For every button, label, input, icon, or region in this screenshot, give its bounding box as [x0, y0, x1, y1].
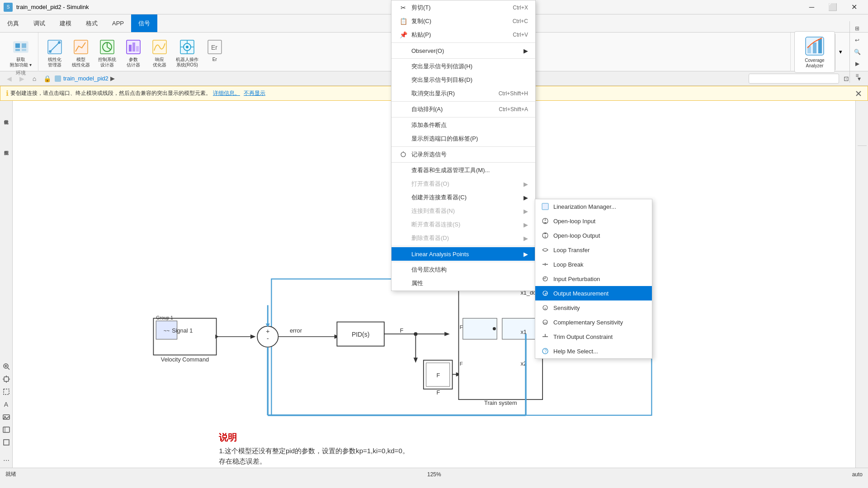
- ctx-delete-viewer[interactable]: 删除查看器(D) ▶: [392, 231, 535, 245]
- toolbar-ctrl-2[interactable]: ↩: [852, 35, 863, 46]
- toolbar-ctrl-3[interactable]: 🔍: [852, 47, 863, 57]
- ctx-highlight-source[interactable]: 突出显示信号到信源(H): [392, 60, 535, 73]
- sub-loop-transfer[interactable]: Loop Transfer: [535, 243, 652, 257]
- sidebar-vertical-text-1[interactable]: 线性化分析: [3, 103, 10, 130]
- ctx-auto-layout-label: 自动排列(A): [411, 105, 443, 113]
- disconnect-viewer-icon: [399, 220, 408, 229]
- svg-text:Group 1: Group 1: [156, 315, 173, 320]
- menu-signal[interactable]: 信号: [131, 14, 157, 32]
- sidebar-vertical-text-2[interactable]: 控制系统: [3, 133, 10, 160]
- linearization-manager-button[interactable]: 线性化管理器: [42, 36, 67, 70]
- sub-output-measurement[interactable]: Output Measurement: [535, 286, 652, 300]
- control-system-designer-button[interactable]: 控制系统设计器: [94, 36, 120, 70]
- coverage-dropdown-button[interactable]: ▾: [835, 34, 846, 70]
- response-optimizer-button[interactable]: 响应优化器: [147, 36, 172, 70]
- ctx-signal-hierarchy[interactable]: 信号层次结构: [392, 263, 535, 277]
- linear-analysis-icon: [399, 249, 408, 258]
- ctx-linear-analysis-arrow: ▶: [524, 251, 528, 258]
- sub-sensitivity-label: Sensitivity: [553, 305, 580, 311]
- sub-open-loop-output[interactable]: Open-loop Output: [535, 228, 652, 243]
- sub-trim-output[interactable]: Trim Output Constraint: [535, 329, 652, 344]
- infobar-link1[interactable]: 详细信息。: [213, 89, 240, 97]
- infobar-link2[interactable]: 不再显示: [244, 89, 265, 97]
- menu-simulation[interactable]: 仿真: [0, 14, 26, 32]
- ctx-show-port-value-label: 显示所选端口的值标签(P): [411, 135, 478, 143]
- nav-up-button[interactable]: ⌂: [29, 73, 40, 84]
- ros-button[interactable]: 机器人操作系统(ROS): [173, 36, 201, 70]
- sub-loop-break[interactable]: Loop Break: [535, 257, 652, 272]
- svg-rect-30: [813, 42, 816, 53]
- parameter-estimator-icon: [124, 38, 142, 56]
- er-button[interactable]: Er Er: [202, 36, 227, 64]
- coverage-analyzer-button[interactable]: CoverageAnalyzer: [794, 31, 835, 73]
- highlight-dest-icon: [399, 75, 408, 84]
- ctx-add-breakpoint-label: 添加条件断点: [411, 121, 447, 129]
- sub-sensitivity[interactable]: s Sensitivity: [535, 300, 652, 315]
- nav-lock-button[interactable]: 🔒: [42, 73, 52, 84]
- ctx-open-viewer[interactable]: 打开查看器(O) ▶: [392, 177, 535, 191]
- cut-icon: ✂: [399, 3, 408, 12]
- sub-input-perturbation[interactable]: Input Perturbation: [535, 272, 652, 286]
- ctx-paste[interactable]: 📌 粘贴(P) Ctrl+V: [392, 28, 535, 42]
- sub-help-me-select[interactable]: ? Help Me Select...: [535, 344, 652, 358]
- sidebar-image2-button[interactable]: [1, 424, 12, 435]
- model-linearizer-label: 模型线性化器: [72, 57, 90, 68]
- breadcrumb-root[interactable]: train_model_pid2: [63, 75, 108, 82]
- ctx-disconnect-viewer[interactable]: 断开查看器连接(S) ▶: [392, 218, 535, 231]
- svg-rect-4: [22, 49, 26, 51]
- toolbar-ctrl-1[interactable]: ⊞: [852, 23, 863, 34]
- navbar-expand-button[interactable]: ⊡: [841, 73, 852, 84]
- close-button[interactable]: ✕: [844, 0, 864, 14]
- minimize-button[interactable]: ─: [802, 0, 822, 14]
- block-train[interactable]: [459, 287, 543, 399]
- sidebar-image-button[interactable]: [1, 412, 12, 422]
- model-linearizer-button[interactable]: 模型线性化器: [68, 36, 94, 70]
- ctx-observer[interactable]: Observer(O) ▶: [392, 44, 535, 57]
- ctx-add-breakpoint[interactable]: 添加条件断点: [392, 118, 535, 132]
- maximize-button[interactable]: ⬜: [823, 0, 843, 14]
- svg-marker-69: [444, 332, 450, 336]
- ctx-properties[interactable]: 属性: [392, 277, 535, 291]
- search-model-input[interactable]: [749, 74, 839, 84]
- control-system-designer-label: 控制系统设计器: [98, 57, 116, 68]
- svg-text:?: ?: [544, 349, 547, 354]
- toolbar-ctrl-4[interactable]: ▶: [852, 58, 863, 69]
- ctx-cut[interactable]: ✂ 剪切(T) Ctrl+X: [392, 0, 535, 14]
- infobar-close-button[interactable]: [855, 90, 862, 97]
- sidebar-select-button[interactable]: [1, 386, 12, 397]
- sidebar-zoom-in-button[interactable]: [1, 361, 12, 372]
- ctx-highlight-dest[interactable]: 突出显示信号到目标(D): [392, 73, 535, 87]
- nav-back-button[interactable]: ◀: [4, 73, 14, 84]
- parameter-estimator-button[interactable]: 参数估计器: [121, 36, 146, 70]
- sub-open-loop-input[interactable]: Open-loop Input: [535, 214, 652, 228]
- sidebar-pan-button[interactable]: [1, 374, 12, 385]
- sub-linearization-manager[interactable]: Linearization Manager...: [535, 199, 652, 214]
- ctx-copy[interactable]: 📋 复制(C) Ctrl+C: [392, 14, 535, 28]
- menu-modeling[interactable]: 建模: [52, 14, 79, 32]
- ctx-viewer-manager[interactable]: 查看器和生成器管理工具(M)...: [392, 164, 535, 177]
- sidebar-box-button[interactable]: [1, 437, 12, 448]
- sidebar-text-button[interactable]: A: [1, 399, 12, 410]
- er-label: Er: [212, 57, 217, 62]
- navbar-dropdown-button[interactable]: ▾: [854, 73, 864, 84]
- ctx-sep-4: [392, 117, 535, 117]
- menu-app[interactable]: APP: [105, 14, 131, 32]
- ctx-create-viewer[interactable]: 创建并连接查看器(C) ▶: [392, 191, 535, 204]
- sub-complementary-sensitivity[interactable]: cs Complementary Sensitivity: [535, 315, 652, 329]
- ctx-log-signal[interactable]: 记录所选信号: [392, 148, 535, 161]
- ctx-cancel-highlight[interactable]: 取消突出显示(R) Ctrl+Shift+H: [392, 87, 535, 100]
- svg-text:Velocity Command: Velocity Command: [161, 356, 209, 363]
- ctx-linear-analysis[interactable]: Linear Analysis Points ▶: [392, 247, 535, 261]
- sidebar-more-button[interactable]: ⋯: [1, 455, 12, 466]
- info-icon: ℹ: [6, 89, 9, 98]
- nav-forward-button[interactable]: ▶: [16, 73, 27, 84]
- menu-format[interactable]: 格式: [79, 14, 105, 32]
- ctx-connect-viewer[interactable]: 连接到查看器(N) ▶: [392, 204, 535, 218]
- svg-rect-47: [3, 427, 9, 432]
- ctx-show-port-value[interactable]: 显示所选端口的值标签(P): [392, 132, 535, 145]
- menu-debug[interactable]: 调试: [26, 14, 52, 32]
- ctx-sep-6: [392, 162, 535, 163]
- ctx-auto-layout[interactable]: 自动排列(A) Ctrl+Shift+A: [392, 103, 535, 116]
- ctx-cancel-highlight-label: 取消突出显示(R): [411, 89, 455, 98]
- get-addons-button[interactable]: 获取附加功能 ▾: [7, 36, 34, 70]
